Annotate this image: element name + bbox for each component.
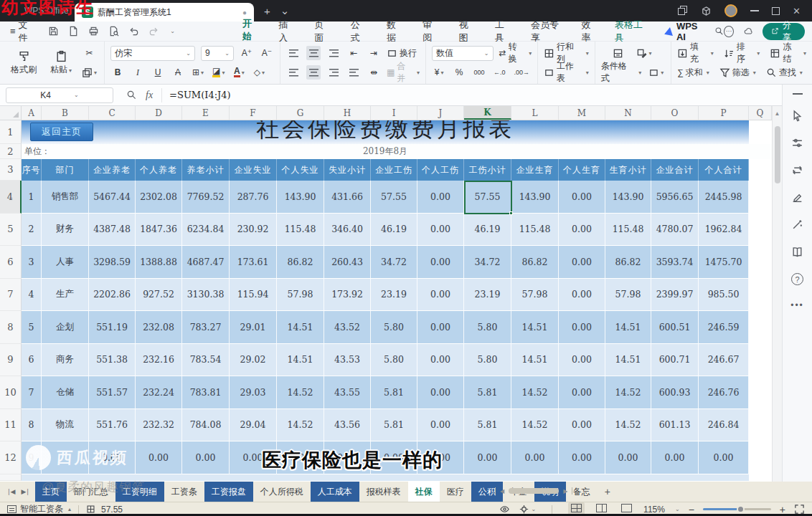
- cell[interactable]: 551.38: [89, 344, 136, 377]
- sheet-tab-主页[interactable]: 主页: [35, 482, 67, 502]
- decrease-decimal-button[interactable]: .00→: [513, 65, 532, 80]
- column-header-B[interactable]: B: [42, 106, 89, 120]
- cell[interactable]: 0.00: [417, 344, 464, 377]
- row-header-12[interactable]: 12: [0, 441, 22, 474]
- increase-indent-button[interactable]: ⇥: [367, 46, 381, 60]
- cell[interactable]: 115.48: [605, 214, 651, 247]
- cell[interactable]: 1847.36: [136, 214, 182, 247]
- align-middle-button[interactable]: [306, 46, 321, 60]
- worksheet-button[interactable]: 工作表▾: [544, 60, 589, 85]
- column-header-K[interactable]: K: [464, 106, 511, 120]
- borders-button[interactable]: ⊞▾: [191, 65, 205, 80]
- restore-button[interactable]: [772, 7, 780, 15]
- cell[interactable]: 23.19: [371, 279, 417, 312]
- bold-button[interactable]: B: [110, 65, 125, 80]
- cell[interactable]: 7: [22, 376, 42, 409]
- cell[interactable]: 2445.98: [699, 181, 749, 214]
- copy-button[interactable]: ▾: [80, 66, 98, 80]
- cell[interactable]: 4687.47: [182, 246, 230, 279]
- cell[interactable]: 246.76: [699, 376, 749, 409]
- cell[interactable]: 783.81: [182, 376, 230, 409]
- cell[interactable]: 551.76: [89, 409, 136, 442]
- table-header-cell[interactable]: 企业养老: [89, 159, 136, 181]
- cell[interactable]: 34.72: [464, 246, 511, 279]
- cell[interactable]: 431.66: [324, 181, 371, 214]
- cell[interactable]: 14.52: [277, 409, 324, 442]
- formula-input[interactable]: =SUM(I4:J4): [161, 88, 230, 102]
- cell[interactable]: 2399.97: [651, 279, 699, 312]
- cell[interactable]: 551.19: [89, 311, 136, 344]
- currency-button[interactable]: ¥▾: [432, 65, 446, 80]
- cell[interactable]: 246.84: [699, 409, 749, 442]
- sheet-tab-社保[interactable]: 社保: [408, 482, 440, 502]
- decrease-font-button[interactable]: A⁻: [260, 46, 274, 60]
- cell[interactable]: 1962.84: [699, 214, 749, 247]
- table-header-cell[interactable]: 个人失业: [277, 159, 324, 181]
- filter-button[interactable]: 筛选▾: [719, 67, 756, 79]
- cell[interactable]: 人事: [42, 246, 89, 279]
- table-header-cell[interactable]: 个人合计: [699, 159, 749, 181]
- cell[interactable]: 230.92: [230, 214, 277, 247]
- cell[interactable]: 3298.59: [89, 246, 136, 279]
- cell[interactable]: 4780.07: [651, 214, 699, 247]
- horizontal-scroll-thumb[interactable]: [509, 488, 559, 494]
- cut-button[interactable]: ✂: [80, 46, 98, 60]
- first-sheet-icon[interactable]: ∣◀: [7, 488, 15, 495]
- cell[interactable]: 0.00: [417, 214, 464, 247]
- format-painter-button[interactable]: 格式刷: [6, 50, 42, 76]
- table-header-cell[interactable]: 养老小计: [182, 159, 230, 181]
- increase-font-button[interactable]: A⁺: [240, 46, 254, 60]
- cell[interactable]: 232.08: [136, 311, 182, 344]
- cell[interactable]: 财务: [42, 214, 89, 247]
- fx-icon[interactable]: fx: [146, 90, 153, 101]
- cell[interactable]: 0.00: [559, 344, 605, 377]
- column-header-H[interactable]: H: [324, 106, 371, 120]
- cell[interactable]: 43.53: [324, 344, 371, 377]
- column-header-Q[interactable]: Q: [749, 106, 772, 120]
- row-header-7[interactable]: 7: [0, 279, 22, 312]
- file-menu-button[interactable]: ≡文件: [10, 19, 34, 44]
- cell[interactable]: 1475.70: [699, 246, 749, 279]
- column-header-P[interactable]: P: [699, 106, 749, 120]
- cell[interactable]: 5: [22, 311, 42, 344]
- font-color-button[interactable]: A▾: [232, 65, 246, 80]
- sheet-tab-工资条[interactable]: 工资条: [164, 482, 204, 502]
- cell[interactable]: 232.32: [136, 409, 182, 442]
- collapse-panel-icon[interactable]: [793, 93, 803, 95]
- cloud-sync-icon[interactable]: [744, 26, 752, 37]
- align-right-button[interactable]: [326, 65, 341, 80]
- find-button[interactable]: 查找▾: [766, 67, 803, 79]
- align-center-button[interactable]: [306, 65, 321, 80]
- zoom-slider[interactable]: [703, 508, 771, 510]
- cell[interactable]: 0.00: [559, 181, 605, 214]
- align-bottom-button[interactable]: [326, 46, 341, 60]
- cell[interactable]: 601.13: [651, 409, 699, 442]
- italic-button[interactable]: I: [131, 65, 145, 80]
- row-header-8[interactable]: 8: [0, 311, 22, 344]
- scroll-right-icon[interactable]: ▶: [563, 488, 567, 494]
- cell[interactable]: 287.76: [230, 181, 277, 214]
- undo-icon[interactable]: [128, 26, 139, 37]
- cell[interactable]: 6: [22, 344, 42, 377]
- more-options-icon[interactable]: •••: [790, 300, 804, 310]
- table-header-cell[interactable]: 部门: [42, 159, 89, 181]
- cell-style-button[interactable]: ▾: [635, 46, 653, 60]
- fill-button[interactable]: 填充▾: [677, 41, 714, 65]
- cell[interactable]: 29.04: [230, 409, 277, 442]
- scroll-up-icon[interactable]: ▲: [773, 106, 782, 117]
- cell[interactable]: 600.93: [651, 376, 699, 409]
- table-header-cell[interactable]: 企业失业: [230, 159, 277, 181]
- cell[interactable]: 232.24: [136, 376, 182, 409]
- cell[interactable]: 23.19: [464, 279, 511, 312]
- workspace-icon[interactable]: [678, 6, 688, 16]
- cell[interactable]: 43.56: [324, 409, 371, 442]
- cell[interactable]: 0.00: [417, 311, 464, 344]
- horizontal-scrollbar[interactable]: ◀ ▶: [495, 486, 671, 496]
- cell[interactable]: 173.92: [324, 279, 371, 312]
- export-icon[interactable]: [68, 26, 79, 37]
- cell[interactable]: 0.00: [559, 311, 605, 344]
- cell[interactable]: 783.27: [182, 311, 230, 344]
- cell[interactable]: 5.81: [371, 409, 417, 442]
- cell[interactable]: 86.82: [277, 246, 324, 279]
- sheet-tab-人工成本[interactable]: 人工成本: [311, 482, 359, 502]
